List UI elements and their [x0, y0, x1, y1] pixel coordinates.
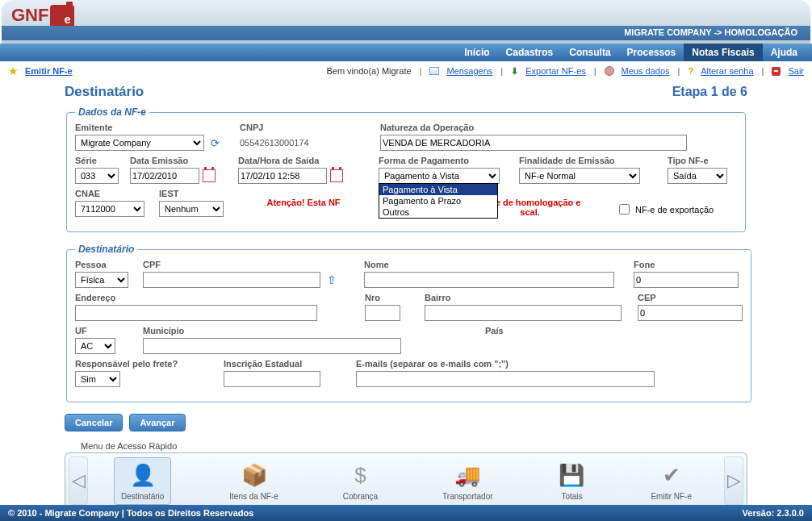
endereco-label: Endereço [75, 293, 354, 302]
menu-inicio[interactable]: Início [456, 44, 497, 61]
municipio-label: Município [143, 326, 409, 336]
data-emissao-input[interactable] [130, 168, 199, 184]
data-saida-input[interactable] [238, 168, 327, 184]
finalidade-label: Finalidade de Emissão [519, 156, 656, 165]
cancel-button[interactable]: Cancelar [65, 414, 123, 431]
iest-label: IEST [159, 189, 232, 198]
calendar-icon[interactable] [330, 169, 343, 182]
uf-select[interactable]: AC [75, 338, 115, 354]
mensagens-link[interactable]: Mensagens [446, 66, 492, 76]
cpf-input[interactable] [143, 272, 320, 288]
envelope-icon [429, 67, 439, 75]
footer-copyright: © 2010 - Migrate Company | Todos os Dire… [8, 508, 253, 518]
key-icon: ? [688, 66, 693, 76]
alterar-senha-link[interactable]: Alterar senha [701, 66, 753, 76]
tipo-nfe-label: Tipo NF-e [668, 156, 732, 165]
nome-label: Nome [364, 260, 622, 269]
menu-processos[interactable]: Processos [619, 44, 684, 61]
footer-version: Versão: 2.3.0.0 [743, 508, 804, 518]
iest-select[interactable]: Nenhum [159, 201, 224, 217]
quick-item-destinatario[interactable]: 👤 Destinatário [114, 457, 171, 505]
quick-item-totais[interactable]: 💾 Totais [550, 458, 592, 504]
frete-label: Responsável pelo frete? [75, 359, 212, 369]
link-bar: ★ Emitir NF-e Bem vindo(a) Migrate | Men… [0, 61, 812, 81]
dados-nfe-legend: Dados da NF-e [75, 106, 149, 118]
finalidade-select[interactable]: NF-e Normal [519, 168, 640, 184]
exportar-link[interactable]: Exportar NF-es [525, 66, 586, 76]
quick-item-cobranca[interactable]: $ Cobrança [337, 458, 384, 504]
sair-link[interactable]: Sair [788, 66, 804, 76]
emitente-select[interactable]: Migrate Company [75, 135, 204, 151]
bairro-input[interactable] [425, 305, 622, 321]
serie-label: Série [75, 156, 119, 165]
forma-pagamento-label: Forma de Pagamento [379, 156, 508, 165]
download-icon: ⬇ [511, 66, 518, 77]
page-title: Destinatário [65, 84, 144, 100]
cpf-label: CPF [143, 260, 353, 269]
warning-text-pre: Atenção! Esta NF [266, 198, 340, 207]
quick-menu-title: Menu de Acesso Rápido [81, 441, 747, 451]
cep-input[interactable] [638, 305, 743, 321]
fone-input[interactable] [634, 272, 739, 288]
municipio-input[interactable] [143, 338, 401, 354]
quick-next-button[interactable]: ▷ [724, 456, 743, 505]
inscricao-estadual-input[interactable] [224, 371, 320, 387]
cep-label: CEP [638, 293, 743, 302]
footer-bar: © 2010 - Migrate Company | Todos os Dire… [0, 505, 812, 521]
welcome-text: Bem vindo(a) Migrate [326, 66, 411, 76]
menu-notas-fiscais[interactable]: Notas Fiscais [684, 44, 762, 61]
forma-pagamento-select[interactable]: Pagamento à Vista [379, 168, 500, 184]
natureza-input[interactable] [380, 135, 687, 151]
forma-pag-option-outros[interactable]: Outros [379, 206, 497, 218]
disk-icon: 💾 [557, 461, 586, 490]
menu-cadastros[interactable]: Cadastros [498, 44, 562, 61]
emails-input[interactable] [356, 371, 655, 387]
meus-dados-link[interactable]: Meus dados [622, 66, 670, 76]
tipo-nfe-select[interactable]: Saída [668, 168, 727, 184]
quick-menu: ◁ 👤 Destinatário 📦 Itens da NF-e $ Cobra… [65, 452, 747, 509]
pessoa-select[interactable]: Física [75, 272, 128, 288]
header-band: GNFe SAAS EDITION MIGRATE COMPANY -> HOM… [2, 0, 810, 44]
quick-prev-button[interactable]: ◁ [69, 456, 88, 505]
main-menu: Início Cadastros Consulta Processos Nota… [0, 44, 812, 61]
calendar-icon[interactable] [203, 169, 216, 182]
step-indicator: Etapa 1 de 6 [672, 85, 747, 99]
pessoa-label: Pessoa [75, 260, 132, 269]
cnpj-value: 05542613000174 [240, 135, 369, 151]
quick-item-transportador[interactable]: 🚚 Transportador [436, 458, 499, 504]
inscricao-estadual-label: Inscrição Estadual [224, 359, 345, 369]
serie-select[interactable]: 033 [75, 168, 119, 184]
lookup-icon[interactable]: ⇧ [327, 273, 337, 286]
dollar-icon: $ [345, 461, 375, 490]
fone-label: Fone [634, 260, 739, 269]
uf-label: UF [75, 326, 132, 336]
forma-pag-option-vista[interactable]: Pagamento à Vista [379, 184, 497, 195]
endereco-input[interactable] [75, 305, 317, 321]
cnpj-label: CNPJ [240, 123, 369, 132]
natureza-label: Natureza da Operação [380, 123, 737, 132]
exit-icon [772, 67, 781, 76]
dados-nfe-fieldset: Dados da NF-e Emitente Migrate Company ⟳… [66, 106, 746, 232]
data-saida-label: Data/Hora de Saída [238, 156, 367, 165]
forma-pag-option-prazo[interactable]: Pagamento à Prazo [379, 195, 497, 206]
destinatario-legend: Destinatário [75, 244, 137, 255]
data-emissao-label: Data Emissão [130, 156, 227, 165]
emitente-label: Emitente [75, 123, 228, 132]
check-circle-icon: ✔ [657, 461, 686, 490]
destinatario-fieldset: Destinatário Pessoa Física CPF ⇧ Nome [66, 244, 751, 402]
cnae-select[interactable]: 7112000 [75, 201, 144, 217]
emitir-nfe-link[interactable]: Emitir NF-e [25, 66, 73, 76]
quick-item-itens[interactable]: 📦 Itens da NF-e [223, 458, 285, 504]
nro-label: Nro [365, 293, 413, 302]
next-button[interactable]: Avançar [129, 414, 185, 431]
nome-input[interactable] [364, 272, 614, 288]
menu-ajuda[interactable]: Ajuda [763, 44, 806, 61]
nfe-exportacao-checkbox[interactable] [619, 204, 630, 215]
nro-input[interactable] [365, 305, 400, 321]
star-icon: ★ [8, 65, 19, 77]
forma-pagamento-dropdown: Pagamento à Vista Pagamento à Prazo Outr… [379, 183, 498, 219]
quick-item-emitir[interactable]: ✔ Emitir NF-e [644, 458, 698, 504]
frete-select[interactable]: Sim [75, 371, 120, 387]
menu-consulta[interactable]: Consulta [561, 44, 618, 61]
refresh-icon[interactable]: ⟳ [211, 137, 220, 149]
